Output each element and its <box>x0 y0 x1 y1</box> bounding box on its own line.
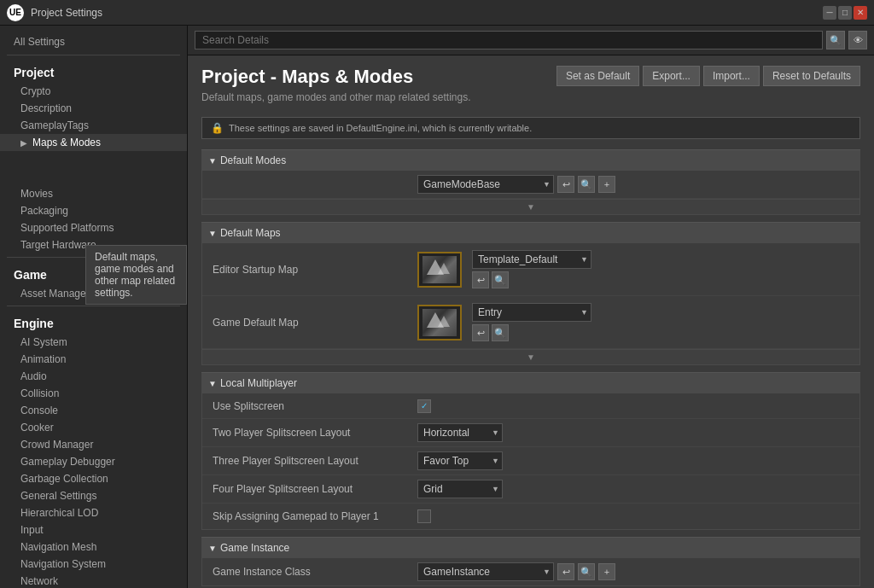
sidebar-item-navigation-system[interactable]: Navigation System <box>0 556 187 573</box>
main-content: 🔍 👁 Project - Maps & Modes Default maps,… <box>188 26 874 588</box>
sidebar-item-packaging[interactable]: Packaging <box>0 202 187 219</box>
sidebar-item-gameplay-debugger[interactable]: Gameplay Debugger <box>0 453 187 470</box>
search-bar: 🔍 👁 <box>188 26 874 55</box>
sidebar-divider-3 <box>7 306 180 306</box>
sidebar-item-target-hardware[interactable]: Target Hardware <box>0 236 187 253</box>
section-default-maps: ▼ Default Maps Editor Startup Map <box>201 222 860 365</box>
maximize-button[interactable]: □ <box>838 6 852 20</box>
gamemode-control: GameModeBase ▼ ↩ 🔍 + <box>417 175 615 194</box>
default-maps-expand[interactable]: ▼ <box>202 349 859 364</box>
game-map-reset-icon[interactable]: ↩ <box>472 324 489 341</box>
sidebar-item-all-settings[interactable]: All Settings <box>0 32 187 51</box>
default-modes-expand[interactable]: ▼ <box>202 199 859 214</box>
sidebar-item-movies[interactable]: Movies <box>0 185 187 202</box>
ue-logo: UE <box>7 4 24 21</box>
game-default-map-label: Game Default Map <box>213 317 417 329</box>
sidebar-item-hierarchical-lod[interactable]: Hierarchical LOD <box>0 504 187 521</box>
sidebar-item-asset-manager[interactable]: Asset Manager <box>0 285 187 302</box>
sidebar-item-navigation-mesh[interactable]: Navigation Mesh <box>0 539 187 556</box>
search-button[interactable]: 🔍 <box>826 31 845 49</box>
three-player-dropdown-wrapper: Favor Top ▼ <box>417 451 503 470</box>
four-player-dropdown[interactable]: Grid <box>417 480 503 498</box>
sidebar-engine-header: Engine <box>0 310 187 334</box>
setting-row-editor-startup-map: Editor Startup Map Template_Default <box>202 243 859 296</box>
editor-startup-map-label: Editor Startup Map <box>213 264 417 276</box>
info-bar: 🔒 These settings are saved in DefaultEng… <box>201 117 860 139</box>
setting-row-two-player: Two Player Splitscreen Layout Horizontal… <box>202 419 859 447</box>
ue-logo-text: UE <box>9 8 21 17</box>
sidebar-item-gameplaytags[interactable]: GameplayTags <box>0 117 187 134</box>
skip-gamepad-checkbox[interactable] <box>417 509 431 523</box>
sidebar-item-cooker[interactable]: Cooker <box>0 419 187 436</box>
gamemode-dropdown[interactable]: GameModeBase <box>417 175 554 194</box>
map-thumb-inner-1 <box>422 256 457 283</box>
game-instance-dropdown[interactable]: GameInstance <box>417 562 554 581</box>
game-default-map-dropdown-wrapper: Entry ▼ <box>472 303 591 322</box>
section-local-multiplayer: ▼ Local Multiplayer Use Splitscreen ✓ Tw… <box>201 372 860 530</box>
sidebar-item-description[interactable]: Description <box>0 100 187 117</box>
sidebar-item-network[interactable]: Network <box>0 573 187 588</box>
minimize-button[interactable]: ─ <box>823 6 836 20</box>
maps-modes-arrow: ▶ <box>20 138 27 148</box>
close-button[interactable]: ✕ <box>854 6 867 20</box>
lock-icon: 🔒 <box>211 122 224 134</box>
page-title: Project - Maps & Modes <box>201 66 471 88</box>
game-instance-add-icon[interactable]: + <box>598 563 615 580</box>
sidebar-item-console[interactable]: Console <box>0 402 187 419</box>
editor-startup-map-dropdown[interactable]: Template_Default <box>472 250 591 269</box>
three-player-control: Favor Top ▼ <box>417 451 503 470</box>
default-modes-arrow: ▼ <box>208 156 217 166</box>
editor-map-search-icon[interactable]: 🔍 <box>492 271 509 288</box>
gamemode-reset-icon[interactable]: ↩ <box>557 176 574 193</box>
search-options-button[interactable]: 👁 <box>848 31 867 49</box>
game-instance-dropdown-wrapper: GameInstance ▼ <box>417 562 554 581</box>
game-default-map-dropdown[interactable]: Entry <box>472 303 591 322</box>
sidebar-item-maps-modes[interactable]: ▶ Maps & Modes <box>0 134 187 151</box>
sidebar-divider <box>7 55 180 55</box>
sidebar-item-input[interactable]: Input <box>0 521 187 539</box>
two-player-label: Two Player Splitscreen Layout <box>213 427 417 439</box>
search-input[interactable] <box>195 31 823 49</box>
sidebar-item-crypto[interactable]: Crypto <box>0 83 187 100</box>
gamemode-search-icon[interactable]: 🔍 <box>578 176 595 193</box>
use-splitscreen-checkbox[interactable]: ✓ <box>417 399 431 413</box>
sidebar-item-audio[interactable]: Audio <box>0 368 187 385</box>
section-default-maps-header[interactable]: ▼ Default Maps <box>201 222 860 243</box>
sidebar-item-general-settings[interactable]: General Settings <box>0 487 187 504</box>
reset-to-defaults-button[interactable]: Reset to Defaults <box>763 66 860 86</box>
game-map-search-icon[interactable]: 🔍 <box>492 324 509 341</box>
gamemode-add-icon[interactable]: + <box>598 176 615 193</box>
sidebar-item-ai-system[interactable]: AI System <box>0 334 187 351</box>
setting-row-game-instance-class: Game Instance Class GameInstance ▼ ↩ 🔍 + <box>202 558 859 585</box>
setting-row-four-player: Four Player Splitscreen Layout Grid ▼ <box>202 475 859 504</box>
setting-row-three-player: Three Player Splitscreen Layout Favor To… <box>202 447 859 475</box>
section-default-modes-label: Default Modes <box>220 154 286 166</box>
page-subtitle: Default maps, game modes and other map r… <box>201 91 471 103</box>
game-instance-search-icon[interactable]: 🔍 <box>578 563 595 580</box>
sidebar-item-supported-platforms[interactable]: Supported Platforms <box>0 219 187 236</box>
sidebar-item-collision[interactable]: Collision <box>0 385 187 402</box>
local-multiplayer-arrow: ▼ <box>208 379 217 388</box>
three-player-dropdown[interactable]: Favor Top <box>417 451 503 470</box>
section-local-multiplayer-label: Local Multiplayer <box>220 377 297 389</box>
section-game-instance-header[interactable]: ▼ Game Instance <box>201 537 860 558</box>
expand-arrow-icon-2: ▼ <box>527 352 535 362</box>
section-default-modes-header[interactable]: ▼ Default Modes <box>201 149 860 171</box>
use-splitscreen-label: Use Splitscreen <box>213 400 417 412</box>
skip-gamepad-control <box>417 509 431 523</box>
sidebar-item-animation[interactable]: Animation <box>0 351 187 368</box>
game-instance-reset-icon[interactable]: ↩ <box>557 563 574 580</box>
two-player-dropdown[interactable]: Horizontal <box>417 423 503 442</box>
use-splitscreen-control: ✓ <box>417 399 431 413</box>
setting-row-skip-gamepad: Skip Assigning Gamepad to Player 1 <box>202 504 859 529</box>
search-icons: 🔍 👁 <box>826 31 867 49</box>
gamemode-dropdown-wrapper: GameModeBase ▼ <box>417 175 554 194</box>
export-button[interactable]: Export... <box>643 66 700 86</box>
set-as-default-button[interactable]: Set as Default <box>556 66 639 86</box>
editor-map-reset-icon[interactable]: ↩ <box>472 271 489 288</box>
import-button[interactable]: Import... <box>703 66 760 86</box>
sidebar-item-crowd-manager[interactable]: Crowd Manager <box>0 436 187 453</box>
two-player-dropdown-wrapper: Horizontal ▼ <box>417 423 503 442</box>
sidebar-item-garbage-collection[interactable]: Garbage Collection <box>0 470 187 487</box>
section-local-multiplayer-header[interactable]: ▼ Local Multiplayer <box>201 372 860 393</box>
